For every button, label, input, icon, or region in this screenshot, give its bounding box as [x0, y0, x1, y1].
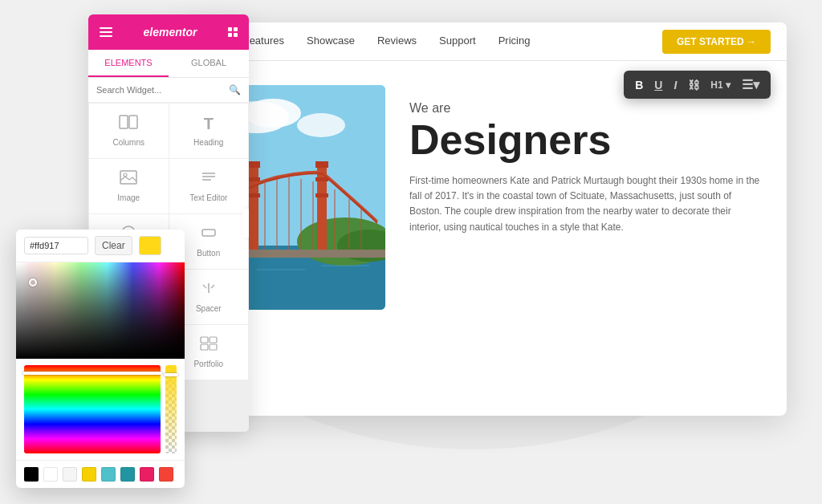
tab-elements[interactable]: ELEMENTS	[88, 50, 169, 77]
svg-line-46	[211, 285, 214, 288]
swatch-teal[interactable]	[101, 467, 116, 482]
nav-link-support[interactable]: Support	[439, 35, 476, 48]
browser-content: We are Designers First-time homeowners K…	[177, 61, 787, 416]
browser-navigation: Home Features Showcase Reviews Support P…	[177, 22, 787, 61]
svg-rect-50	[201, 344, 208, 350]
search-bar: 🔍	[88, 78, 249, 103]
nav-link-pricing[interactable]: Pricing	[498, 35, 531, 48]
svg-point-2	[245, 99, 301, 128]
swatch-red[interactable]	[159, 467, 173, 482]
hue-slider[interactable]	[24, 365, 161, 453]
list-dropdown[interactable]: ☰▾	[742, 77, 759, 92]
svg-rect-11	[315, 161, 328, 168]
portfolio-icon	[200, 336, 218, 355]
svg-rect-31	[120, 116, 128, 128]
swatch-pink[interactable]	[140, 467, 154, 482]
text-editor-icon	[200, 170, 218, 189]
nav-link-reviews[interactable]: Reviews	[377, 35, 417, 48]
swatch-blue[interactable]	[120, 467, 135, 482]
svg-rect-33	[120, 171, 136, 184]
button-label: Button	[197, 249, 220, 258]
widget-heading[interactable]: T Heading	[169, 104, 249, 158]
svg-line-45	[203, 285, 206, 288]
opacity-slider[interactable]	[165, 365, 177, 453]
spacer-icon	[200, 281, 218, 299]
elementor-logo: elementor	[144, 26, 197, 39]
color-preview	[139, 236, 161, 255]
spacer-label: Spacer	[196, 304, 222, 313]
color-picker-handle[interactable]	[29, 278, 37, 287]
nav-link-showcase[interactable]: Showcase	[307, 35, 355, 48]
svg-rect-10	[247, 161, 260, 168]
svg-rect-49	[210, 337, 217, 343]
format-toolbar: B U I ⛓ H1 ▾ ☰▾	[624, 71, 771, 99]
nav-links: Home Features Showcase Reviews Support P…	[193, 34, 662, 49]
hex-input[interactable]	[24, 237, 88, 254]
widget-columns[interactable]: Columns	[89, 104, 169, 158]
button-icon	[200, 226, 218, 244]
image-label: Image	[117, 193, 140, 202]
nav-link-features[interactable]: Features	[243, 35, 284, 48]
hero-description: First-time homeowners Kate and Patrick M…	[409, 173, 763, 235]
color-gradient-picker[interactable]	[16, 262, 185, 359]
svg-rect-48	[201, 337, 208, 343]
swatch-lightgray[interactable]	[63, 467, 77, 482]
color-picker: Clear	[16, 230, 185, 488]
color-swatches	[16, 460, 185, 488]
clear-button[interactable]: Clear	[95, 236, 132, 255]
content-area: We are Designers First-time homeowners K…	[177, 61, 787, 416]
italic-button[interactable]: I	[673, 79, 677, 91]
opacity-handle	[164, 373, 178, 376]
tab-global[interactable]: GLOBAL	[169, 50, 249, 77]
browser-mockup: Home Features Showcase Reviews Support P…	[177, 22, 787, 416]
svg-rect-13	[247, 193, 260, 197]
svg-rect-51	[210, 344, 217, 350]
swatch-yellow[interactable]	[82, 467, 96, 482]
svg-rect-12	[247, 177, 260, 181]
svg-rect-15	[315, 193, 328, 197]
svg-rect-32	[129, 116, 137, 128]
designers-title: Designers	[409, 119, 763, 161]
search-icon: 🔍	[229, 84, 241, 96]
heading-icon: T	[204, 115, 214, 133]
columns-label: Columns	[113, 138, 144, 147]
swatch-white[interactable]	[43, 467, 58, 482]
search-input[interactable]	[96, 85, 229, 95]
columns-icon	[119, 115, 138, 133]
color-input-row: Clear	[16, 230, 185, 262]
hamburger-menu[interactable]	[100, 27, 112, 37]
we-are-label: We are	[409, 101, 763, 116]
swatch-black[interactable]	[24, 467, 39, 482]
image-icon	[120, 170, 137, 189]
grid-icon[interactable]	[228, 27, 238, 37]
color-sliders	[16, 359, 185, 460]
bold-button[interactable]: B	[635, 79, 643, 91]
portfolio-label: Portfolio	[193, 360, 223, 368]
text-editor-label: Text Editor	[189, 193, 227, 202]
widget-text-editor[interactable]: Text Editor	[169, 159, 249, 213]
sidebar-tabs: ELEMENTS GLOBAL	[88, 50, 249, 78]
hero-text: We are Designers First-time homeowners K…	[409, 85, 763, 392]
heading-label: Heading	[193, 138, 223, 147]
sidebar-header: elementor	[88, 14, 249, 50]
sidebar-collapse-arrow[interactable]: ‹	[242, 209, 249, 238]
underline-button[interactable]: U	[654, 79, 662, 91]
link-button[interactable]: ⛓	[688, 79, 699, 91]
widget-image[interactable]: Image	[89, 159, 169, 213]
svg-rect-40	[202, 230, 215, 236]
heading-dropdown[interactable]: H1 ▾	[710, 79, 730, 91]
hue-handle	[22, 372, 162, 375]
svg-point-3	[297, 113, 345, 137]
get-started-button[interactable]: GET STARTED →	[662, 30, 771, 54]
